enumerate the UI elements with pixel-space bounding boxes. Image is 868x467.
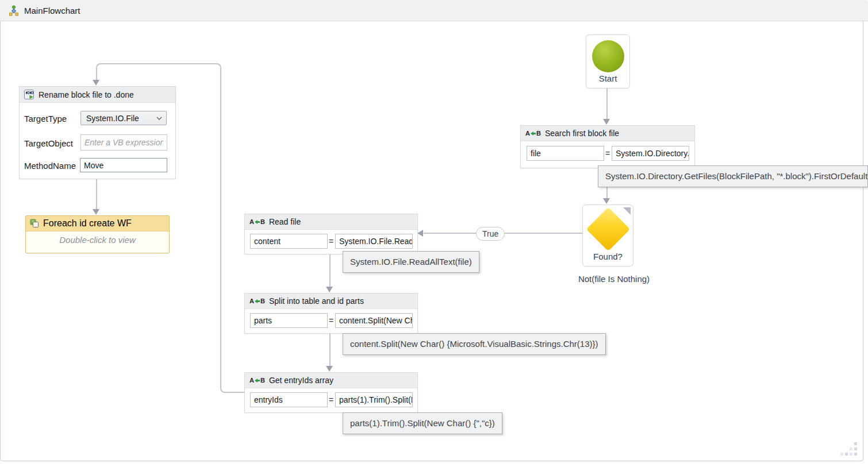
assign-icon: A B bbox=[249, 219, 265, 225]
decision-label: Found? bbox=[583, 252, 633, 261]
method-name-input[interactable] bbox=[80, 158, 167, 172]
invoke-method-node-rename[interactable]: Rename block file to .done TargetType Sy… bbox=[19, 86, 176, 179]
page-title: MainFlowchart bbox=[24, 6, 80, 16]
assign-icon: A B bbox=[249, 298, 265, 304]
assign-value-field[interactable]: System.IO.Directory.GetFiles(BlockFilePa… bbox=[612, 146, 689, 161]
assign-title: Read file bbox=[269, 217, 301, 226]
tooltip-split-expression: content.Split(New Char() {Microsoft.Visu… bbox=[343, 333, 606, 355]
equals-sign: = bbox=[605, 149, 610, 158]
collapse-corner-icon[interactable] bbox=[623, 207, 631, 215]
arrowhead-split bbox=[326, 287, 333, 292]
flowchart-title-bar[interactable]: MainFlowchart bbox=[0, 0, 868, 21]
assign-title: Split into table and id parts bbox=[269, 296, 364, 306]
equals-sign: = bbox=[329, 395, 333, 404]
connector-loop-corner-bl bbox=[220, 384, 228, 393]
invoke-method-icon bbox=[24, 90, 34, 100]
method-name-label: MethodName bbox=[24, 161, 76, 171]
arrowhead-read bbox=[417, 230, 423, 237]
invoke-method-title: Rename block file to .done bbox=[39, 90, 134, 99]
decision-node-found[interactable]: Found? bbox=[582, 204, 633, 267]
assign-to-field[interactable]: parts bbox=[250, 313, 328, 328]
foreach-body-hint: Double-click to view bbox=[26, 235, 169, 245]
assign-to-field[interactable]: entryIds bbox=[250, 392, 328, 407]
tooltip-entryids-expression: parts(1).Trim().Split(New Char() {","c}) bbox=[343, 412, 502, 434]
assign-to-field[interactable]: content bbox=[250, 234, 328, 249]
target-object-label: TargetObject bbox=[24, 138, 73, 148]
assign-header: A B Split into table and id parts bbox=[245, 294, 417, 309]
foreach-header: Foreach id create WF bbox=[26, 216, 169, 231]
assign-icon: A B bbox=[525, 130, 541, 137]
assign-arrow-icon bbox=[531, 131, 536, 136]
start-label: Start bbox=[586, 74, 629, 83]
assign-arrow-icon bbox=[255, 219, 260, 225]
arrowhead-foreach bbox=[93, 209, 99, 215]
connector-loop-top bbox=[104, 63, 213, 64]
start-node[interactable]: Start bbox=[586, 34, 630, 88]
assign-to-field[interactable]: file bbox=[527, 146, 604, 161]
target-type-dropdown[interactable]: System.IO.File bbox=[80, 111, 167, 125]
assign-value-field[interactable]: parts(1).Trim().Split(New Char() {","c}) bbox=[335, 392, 413, 407]
connector-loop-bottom bbox=[227, 392, 244, 393]
tooltip-search-expression: System.IO.Directory.GetFiles(BlockFilePa… bbox=[598, 165, 868, 187]
connector-split-entryids bbox=[329, 333, 331, 367]
true-branch-label: True bbox=[476, 227, 505, 241]
assign-header: A B Search first block file bbox=[521, 126, 694, 141]
assign-title: Search first block file bbox=[545, 129, 619, 138]
assign-value-field[interactable]: content.Split(New Char() {Microsoft.Visu… bbox=[335, 313, 413, 328]
connector-start-search bbox=[606, 87, 608, 120]
arrowhead-search bbox=[603, 119, 610, 125]
start-icon bbox=[592, 40, 624, 72]
equals-sign: = bbox=[329, 316, 333, 325]
flowchart-icon bbox=[8, 5, 20, 16]
tooltip-read-expression: System.IO.File.ReadAllText(file) bbox=[343, 251, 479, 273]
decision-condition: Not(file Is Nothing) bbox=[568, 274, 660, 284]
assign-arrow-icon bbox=[255, 299, 260, 304]
assign-node-search[interactable]: A B Search first block file file = Syste… bbox=[520, 125, 695, 168]
target-type-label: TargetType bbox=[24, 114, 67, 123]
assign-node-read[interactable]: A B Read file content = System.IO.File.R… bbox=[244, 214, 418, 254]
invoke-method-header: Rename block file to .done bbox=[20, 87, 175, 103]
flowchart-designer: MainFlowchart Start A B Search first blo… bbox=[0, 0, 868, 467]
assign-icon: A B bbox=[249, 377, 265, 384]
assign-value-field[interactable]: System.IO.File.ReadAllText(file) bbox=[335, 234, 413, 249]
assign-title: Get entryIds array bbox=[269, 376, 333, 385]
connector-loop-right bbox=[220, 71, 221, 384]
foreach-icon bbox=[30, 219, 39, 228]
chevron-down-icon bbox=[156, 117, 162, 120]
arrowhead-entryids bbox=[326, 366, 333, 372]
assign-node-split[interactable]: A B Split into table and id parts parts … bbox=[244, 293, 418, 334]
target-object-input[interactable] bbox=[80, 134, 167, 150]
assign-header: A B Get entryIds array bbox=[245, 373, 417, 388]
arrowhead-rename bbox=[93, 80, 99, 86]
connector-loop-corner-tr bbox=[213, 63, 221, 72]
equals-sign: = bbox=[329, 237, 333, 246]
assign-node-entryids[interactable]: A B Get entryIds array entryIds = parts(… bbox=[244, 372, 418, 413]
foreach-node[interactable]: Foreach id create WF Double-click to vie… bbox=[25, 215, 170, 253]
connector-loop-corner-tl bbox=[96, 63, 105, 72]
arrowhead-decision bbox=[603, 198, 610, 204]
foreach-title: Foreach id create WF bbox=[43, 218, 132, 229]
connector-read-split bbox=[329, 253, 331, 288]
assign-arrow-icon bbox=[255, 378, 260, 383]
connector-rename-foreach bbox=[96, 178, 97, 210]
assign-header: A B Read file bbox=[245, 214, 417, 230]
